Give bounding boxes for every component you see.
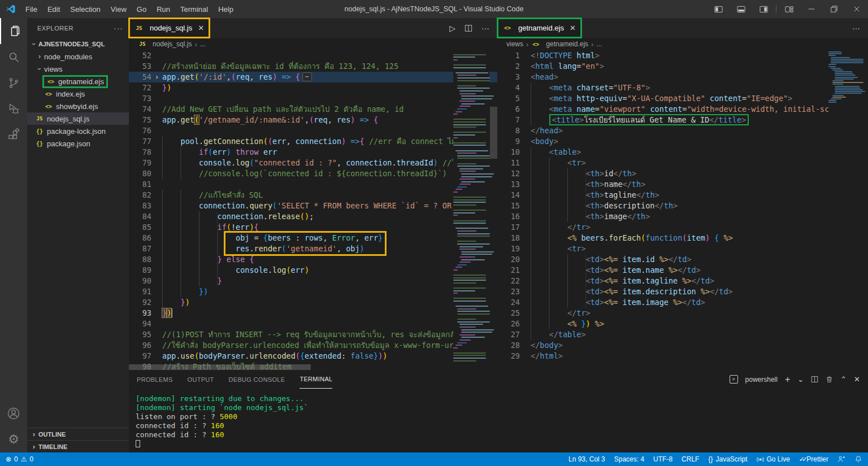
code-line-1[interactable]: 1<!DOCTYPE html> [497, 50, 868, 61]
code-line-29[interactable]: 29</html> [497, 351, 868, 362]
split-terminal-icon[interactable] [811, 376, 818, 383]
code-line-86[interactable]: 86obj = {beers : rows, Error, err} [129, 233, 497, 243]
code-line-26[interactable]: 26<% }) %> [497, 319, 868, 329]
tree-item-package.json[interactable]: {}package.json [27, 137, 129, 150]
breadcrumb-item[interactable]: getnameid.ejs [546, 40, 588, 48]
tab-nodejs_sql-js[interactable]: JS nodejs_sql.js ✕ [129, 18, 210, 38]
code-line-23[interactable]: 23<td><%= item.description %></td> [497, 286, 868, 297]
toggle-panel-icon[interactable] [730, 0, 752, 18]
errors-indicator[interactable]: ⊗ 0 [6, 455, 18, 463]
tab-getnameid-ejs[interactable]: <> getnameid.ejs ✕ [497, 18, 581, 38]
code-line-97[interactable]: 97app.use(bodyParser.urlencoded({extende… [129, 351, 497, 362]
code-line-84[interactable]: 84connection.release(); [129, 211, 497, 222]
tree-item-package-lock.json[interactable]: {}package-lock.json [27, 125, 129, 137]
tree-item-getnameid.ejs[interactable]: <>getnameid.ejs [27, 75, 129, 88]
code-line-74[interactable]: 74//Add New GET เปลี่ยน path และใส่ตัวแป… [129, 104, 497, 115]
panel-tab-output[interactable]: OUTPUT [188, 370, 214, 389]
tree-item-showbyid.ejs[interactable]: <>showbyid.ejs [27, 100, 129, 112]
close-panel-icon[interactable]: ✕ [854, 375, 860, 384]
extensions-icon[interactable] [0, 122, 27, 148]
code-line-85[interactable]: 85if(!err){ [129, 222, 497, 233]
code-line-6[interactable]: 6<meta name="viewport" content="width=de… [497, 104, 868, 115]
code-line-11[interactable]: 11<tr> [497, 158, 868, 168]
tree-item-nodejs_sql.js[interactable]: JSnodejs_sql.js [27, 112, 129, 125]
minimap-right[interactable] [828, 50, 865, 370]
menu-help[interactable]: Help [213, 0, 238, 18]
code-line-53[interactable]: 53//สร้างหน้าย่อย ดึงข้อมูลเฉพาะ id ที่ต… [129, 61, 497, 72]
settings-gear-icon[interactable]: ⚙ [0, 426, 27, 452]
panel-tab-terminal[interactable]: TERMINAL [300, 370, 332, 389]
code-line-80[interactable]: 80//console.log(`connected id : ${connec… [129, 168, 497, 179]
code-line-9[interactable]: 9<body> [497, 136, 868, 147]
menu-edit[interactable]: Edit [42, 0, 65, 18]
code-line-14[interactable]: 14<th>tagline</th> [497, 190, 868, 201]
code-line-87[interactable]: 87res.render('getnameid', obj) [129, 243, 497, 254]
run-debug-icon[interactable] [0, 96, 27, 122]
search-icon[interactable] [0, 44, 27, 70]
code-line-10[interactable]: 10<table> [497, 147, 868, 158]
menu-file[interactable]: File [20, 0, 42, 18]
code-editor-right[interactable]: 1<!DOCTYPE html>2<html lang="en">3<head>… [497, 50, 868, 370]
menu-go[interactable]: Go [132, 0, 151, 18]
section-outline[interactable]: ›OUTLINE [27, 428, 129, 440]
menu-view[interactable]: View [106, 0, 132, 18]
indentation[interactable]: Spaces: 4 [614, 455, 644, 463]
split-editor-icon[interactable] [465, 24, 472, 32]
code-line-25[interactable]: 25</tr> [497, 308, 868, 319]
close-tab-icon[interactable]: ✕ [570, 24, 576, 32]
code-line-4[interactable]: 4<meta charset="UTF-8"> [497, 82, 868, 93]
code-line-28[interactable]: 28</body> [497, 340, 868, 351]
code-line-52[interactable]: 52 [129, 50, 497, 61]
code-line-75[interactable]: 75app.get('/getname_id/:name&:id',(req, … [129, 115, 497, 125]
close-window-button[interactable] [845, 0, 868, 18]
code-line-88[interactable]: 88} else { [129, 254, 497, 265]
new-terminal-icon[interactable]: + [785, 374, 790, 385]
maximize-panel-icon[interactable]: ⌃ [840, 375, 847, 384]
code-line-81[interactable]: 81 [129, 179, 497, 190]
explorer-more-actions-icon[interactable]: ··· [114, 24, 123, 33]
code-line-54[interactable]: 54›app.get('/:id',(req, res) => {⋯ [129, 72, 497, 82]
warnings-indicator[interactable]: ⚠ 0 [21, 455, 33, 463]
code-editor-left[interactable]: 5253//สร้างหน้าย่อย ดึงข้อมูลเฉพาะ id ที… [129, 50, 497, 370]
explorer-icon[interactable] [0, 18, 27, 44]
code-line-94[interactable]: 94 [129, 319, 497, 329]
tree-item-index.ejs[interactable]: <>index.ejs [27, 88, 129, 100]
menu-selection[interactable]: Selection [65, 0, 105, 18]
language-mode[interactable]: {} JavaScript [708, 455, 747, 463]
go-live-button[interactable]: Go Live [757, 455, 790, 463]
breadcrumb-item[interactable]: ... [596, 40, 602, 48]
breadcrumb-left[interactable]: JSnodejs_sql.js›... [129, 38, 497, 50]
code-line-16[interactable]: 16<th>image</th> [497, 211, 868, 222]
toggle-sidebar-right-icon[interactable] [752, 0, 775, 18]
minimize-button[interactable] [800, 0, 823, 18]
horizontal-scrollbar-left[interactable] [129, 364, 311, 370]
code-line-82[interactable]: 82//แก้ไขคำสั่ง SQL [129, 190, 497, 201]
code-line-83[interactable]: 83connection.query('SELECT * FROM beers … [129, 201, 497, 211]
code-line-95[interactable]: 95//(1)POST ทำการ INSERT --> req รับข้อม… [129, 329, 497, 340]
code-line-17[interactable]: 17</tr> [497, 222, 868, 233]
code-line-76[interactable]: 76 [129, 125, 497, 136]
minimap-left[interactable] [453, 50, 489, 370]
code-line-2[interactable]: 2<html lang="en"> [497, 61, 868, 72]
vertical-scrollbar-left[interactable] [490, 107, 497, 159]
prettier-button[interactable]: ✓✓ Prettier [799, 455, 828, 463]
terminal-dropdown-icon[interactable]: ⌄ [797, 375, 804, 384]
source-control-icon[interactable] [0, 70, 27, 96]
code-line-15[interactable]: 15<th>description</th> [497, 201, 868, 211]
breadcrumb-right[interactable]: views›<>getnameid.ejs›... [497, 38, 868, 50]
more-actions-icon[interactable]: ··· [481, 24, 489, 33]
code-line-72[interactable]: 72}) [129, 82, 497, 93]
code-line-7[interactable]: 7<title>โรงเบียร์ไทยแลนด์ Get Name & ID<… [497, 115, 868, 125]
eol-sequence[interactable]: CRLF [682, 455, 699, 463]
tree-item-views[interactable]: ›views [27, 63, 129, 75]
breadcrumb-item[interactable]: views [506, 40, 523, 48]
section-timeline[interactable]: ›TIMELINE [27, 440, 129, 452]
code-line-79[interactable]: 79console.log("connected id : ?", connec… [129, 158, 497, 168]
code-line-3[interactable]: 3<head> [497, 72, 868, 82]
code-line-96[interactable]: 96//ใช้คำสั่ง bodyParser.urlencoded เพื่… [129, 340, 497, 351]
tree-item-node_modules[interactable]: ›node_modules [27, 50, 129, 63]
tree-root[interactable]: ›AJNESTNODEJS_SQL [27, 38, 129, 50]
code-line-12[interactable]: 12<th>id</th> [497, 168, 868, 179]
encoding[interactable]: UTF-8 [653, 455, 672, 463]
code-line-13[interactable]: 13<th>name</th> [497, 179, 868, 190]
